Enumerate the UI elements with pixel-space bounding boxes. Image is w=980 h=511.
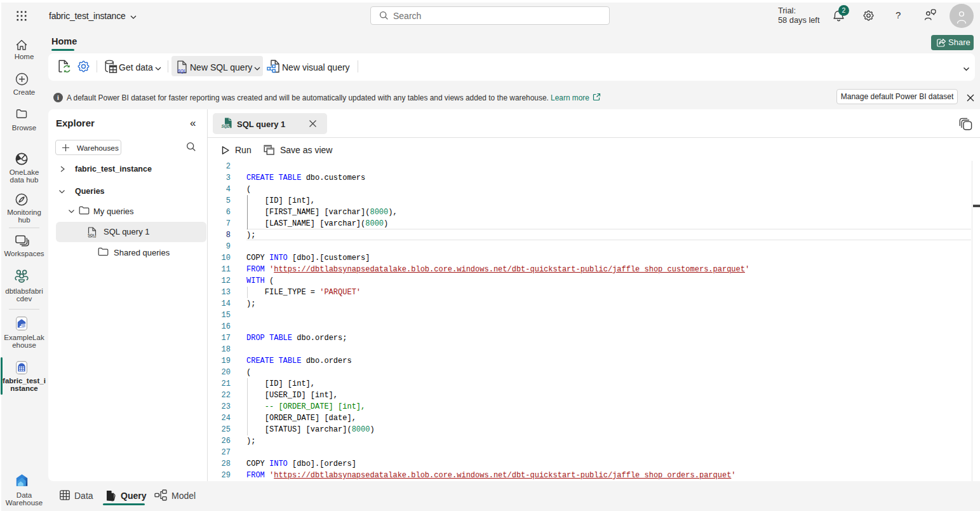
svg-text:SQL: SQL	[88, 233, 95, 237]
svg-text:SQL: SQL	[178, 69, 186, 74]
svg-text:SQL: SQL	[222, 124, 230, 128]
